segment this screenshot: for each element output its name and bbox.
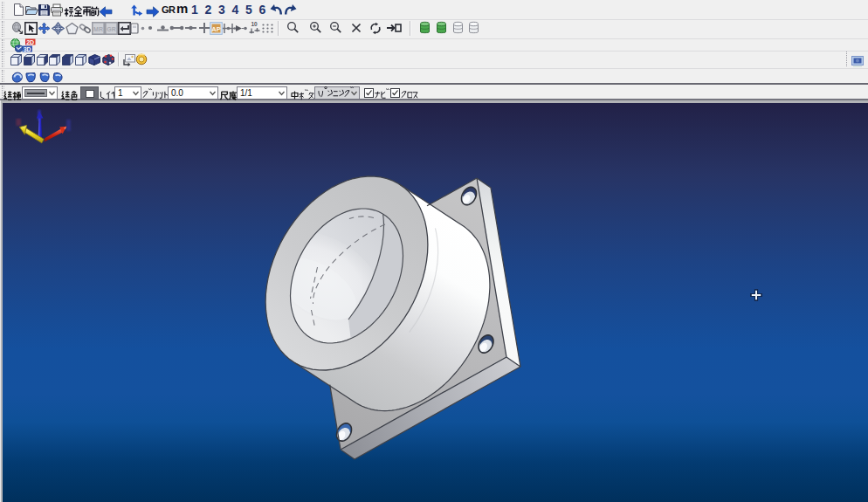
svg-text:MR: MR	[93, 26, 103, 32]
svg-text:3D: 3D	[24, 46, 31, 52]
svg-text:2D: 2D	[26, 39, 34, 45]
svg-text:10: 10	[251, 21, 258, 27]
svg-text:AP: AP	[211, 25, 220, 33]
svg-text:GR: GR	[107, 26, 116, 32]
